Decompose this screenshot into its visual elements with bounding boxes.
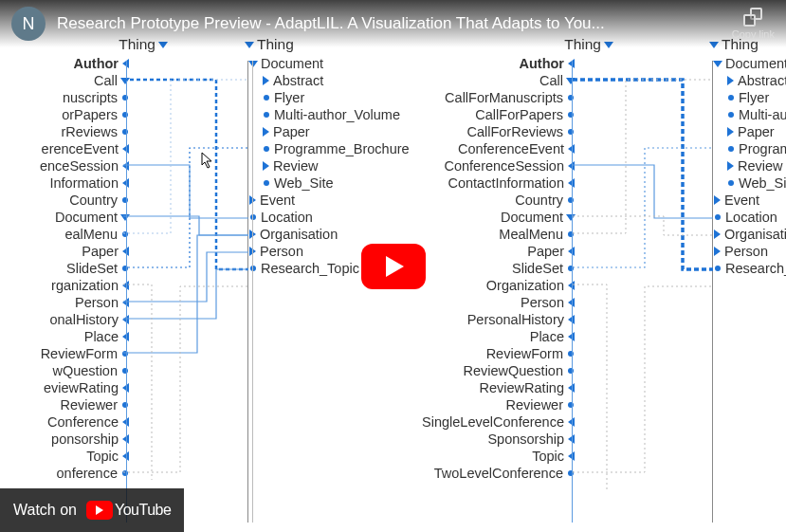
list-item[interactable]: Person xyxy=(706,243,786,260)
item-label: orPapers xyxy=(62,106,118,123)
list-item[interactable]: CallForReviews xyxy=(417,123,616,140)
item-label: Person xyxy=(724,243,768,260)
item-label: Programme_Brochure xyxy=(274,140,410,157)
list-item[interactable]: Document xyxy=(242,55,412,72)
list-item[interactable]: ConferenceSession xyxy=(417,157,616,174)
list-item[interactable]: orPapers xyxy=(0,106,171,123)
item-label: Web_Site xyxy=(739,174,786,192)
list-item[interactable]: Paper xyxy=(0,243,171,260)
list-item[interactable]: nuscripts xyxy=(0,89,171,106)
list-item[interactable]: Reviewer xyxy=(0,396,171,413)
dot-icon xyxy=(728,180,734,186)
list-item[interactable]: Research_Topi xyxy=(706,260,786,277)
list-item[interactable]: Person xyxy=(0,294,171,311)
copy-link-button[interactable]: Copy link xyxy=(732,8,775,40)
list-item[interactable]: Organisation xyxy=(242,226,412,243)
list-item[interactable]: Call xyxy=(0,72,171,89)
list-item[interactable]: Flyer xyxy=(706,89,786,106)
list-item[interactable]: Document xyxy=(0,209,171,226)
dot-icon xyxy=(568,368,574,374)
list-item[interactable]: enceSession xyxy=(0,157,171,174)
play-button[interactable] xyxy=(361,244,426,289)
list-item[interactable]: Location xyxy=(242,209,412,226)
list-item[interactable]: Document xyxy=(417,209,616,226)
list-item[interactable]: Reviewer xyxy=(417,396,616,413)
chevron-right-icon xyxy=(714,247,721,256)
list-item[interactable]: TwoLevelConference xyxy=(417,465,616,482)
list-item[interactable]: Flyer xyxy=(242,89,412,106)
list-item[interactable]: erenceEvent xyxy=(0,140,171,157)
list-item[interactable]: ReviewQuestion xyxy=(417,362,616,379)
list-item[interactable]: Person xyxy=(417,294,616,311)
list-item[interactable]: rganization xyxy=(0,277,171,294)
list-item[interactable]: Sponsorship xyxy=(417,431,616,448)
list-item[interactable]: Place xyxy=(0,328,171,345)
list-item[interactable]: ReviewForm xyxy=(417,345,616,362)
list-item[interactable]: Paper xyxy=(706,123,786,140)
chevron-right-icon xyxy=(727,76,734,85)
channel-avatar[interactable]: N xyxy=(11,7,46,41)
list-item[interactable]: Information xyxy=(0,174,171,192)
item-label: MealMenu xyxy=(499,226,563,243)
list-item[interactable]: Paper xyxy=(242,123,412,140)
list-item[interactable]: Author xyxy=(417,55,616,72)
copy-icon xyxy=(743,8,762,27)
list-item[interactable]: Topic xyxy=(417,448,616,465)
list-item[interactable]: Web_Site xyxy=(706,174,786,192)
chevron-right-icon xyxy=(714,195,721,205)
list-item[interactable]: Multi-author_Volume xyxy=(242,106,412,123)
dot-icon xyxy=(568,470,574,476)
list-item[interactable]: Review xyxy=(242,157,412,174)
list-item[interactable]: SingleLevelConference xyxy=(417,413,616,431)
item-label: Call xyxy=(94,72,118,89)
list-item[interactable]: ponsorship xyxy=(0,431,171,448)
list-item[interactable]: Event xyxy=(242,192,412,209)
video-title[interactable]: Research Prototype Preview - AdaptLIL. A… xyxy=(57,14,732,33)
list-item[interactable]: CallForPapers xyxy=(417,106,616,123)
list-item[interactable]: Paper xyxy=(417,243,616,260)
list-item[interactable]: Programme_Brochure xyxy=(242,140,412,157)
list-item[interactable]: Organisation xyxy=(706,226,786,243)
chevron-down-icon xyxy=(120,78,130,84)
item-label: Location xyxy=(261,209,313,226)
item-label: onference xyxy=(57,465,119,482)
dot-icon xyxy=(122,470,128,476)
list-item[interactable]: SlideSet xyxy=(417,260,616,277)
list-item[interactable]: Country xyxy=(417,192,616,209)
watch-on-youtube-button[interactable]: Watch on YouTube xyxy=(0,488,184,532)
list-item[interactable]: Event xyxy=(706,192,786,209)
list-item[interactable]: Country xyxy=(0,192,171,209)
list-item[interactable]: onalHistory xyxy=(0,311,171,328)
list-item[interactable]: Place xyxy=(417,328,616,345)
list-item[interactable]: Review xyxy=(706,157,786,174)
list-item[interactable]: onference xyxy=(0,465,171,482)
ontology-list-3: AuthorCallCallForManuscriptsCallForPaper… xyxy=(417,55,616,482)
list-item[interactable]: ConferenceEvent xyxy=(417,140,616,157)
list-item[interactable]: eviewRating xyxy=(0,379,171,396)
list-item[interactable]: Document xyxy=(706,55,786,72)
list-item[interactable]: rReviews xyxy=(0,123,171,140)
list-item[interactable]: ContactInformation xyxy=(417,174,616,192)
list-item[interactable]: MealMenu xyxy=(417,226,616,243)
item-label: erenceEvent xyxy=(42,140,119,157)
list-item[interactable]: Organization xyxy=(417,277,616,294)
list-item[interactable]: PersonalHistory xyxy=(417,311,616,328)
list-item[interactable]: Web_Site xyxy=(242,174,412,192)
list-item[interactable]: ReviewRating xyxy=(417,379,616,396)
list-item[interactable]: wQuestion xyxy=(0,362,171,379)
list-item[interactable]: Abstract xyxy=(242,72,412,89)
list-item[interactable]: ReviewForm xyxy=(0,345,171,362)
list-item[interactable]: Conference xyxy=(0,413,171,431)
list-item[interactable]: ealMenu xyxy=(0,226,171,243)
list-item[interactable]: SlideSet xyxy=(0,260,171,277)
list-item[interactable]: Programme xyxy=(706,140,786,157)
list-item[interactable]: Author xyxy=(0,55,171,72)
list-item[interactable]: Call xyxy=(417,72,616,89)
list-item[interactable]: Multi-autho xyxy=(706,106,786,123)
item-label: Sponsorship xyxy=(487,431,564,448)
list-item[interactable]: CallForManuscripts xyxy=(417,89,616,106)
list-item[interactable]: Abstract xyxy=(706,72,786,89)
list-item[interactable]: Topic xyxy=(0,448,171,465)
list-item[interactable]: Location xyxy=(706,209,786,226)
copy-link-label: Copy link xyxy=(732,28,775,40)
